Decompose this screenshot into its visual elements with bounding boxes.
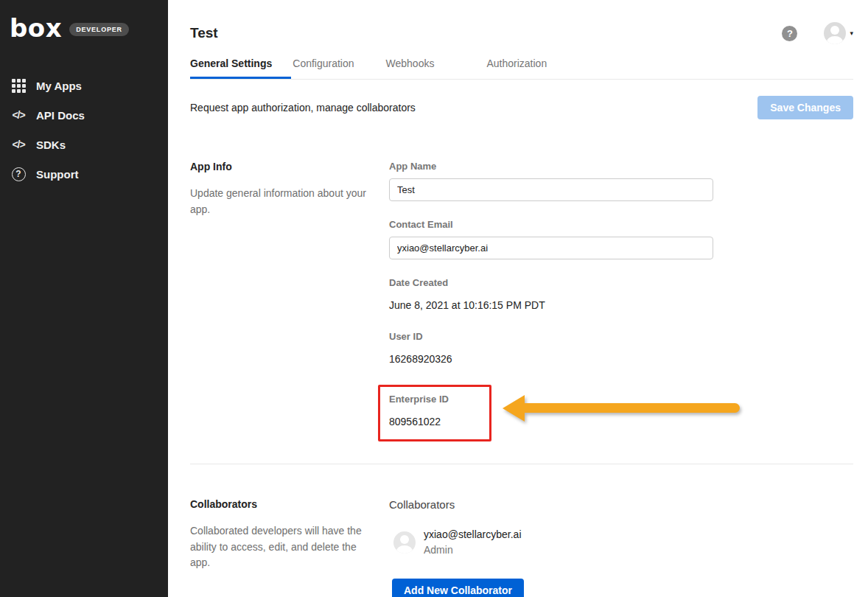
arrow-shaft xyxy=(524,403,740,413)
app-info-description: Update general information about your ap… xyxy=(190,186,368,217)
sidebar-item-label: API Docs xyxy=(36,109,85,122)
collaborator-row: yxiao@stellarcyber.ai Admin xyxy=(393,528,713,556)
collaborators-heading: Collaborators xyxy=(190,498,368,510)
date-created-label: Date Created xyxy=(389,277,713,288)
collaborators-list-heading: Collaborators xyxy=(389,498,713,511)
app-name-field: App Name xyxy=(389,161,713,201)
collaborator-email: yxiao@stellarcyber.ai xyxy=(424,528,522,540)
sidebar-item-sdks[interactable]: </> SDKs xyxy=(0,130,168,159)
tab-bar: General Settings Configuration Webhooks … xyxy=(190,57,853,80)
caret-down-icon[interactable]: ▾ xyxy=(850,29,853,37)
topbar-actions: ? ▾ xyxy=(782,22,853,44)
grid-icon xyxy=(10,77,27,94)
user-id-label: User ID xyxy=(389,331,713,342)
collaborator-role: Admin xyxy=(424,544,522,556)
app-info-heading: App Info xyxy=(190,161,368,172)
sidebar-item-label: Support xyxy=(36,168,79,181)
logo-row: box DEVELOPER xyxy=(0,13,168,43)
enterprise-id-highlight-box: Enterprise ID 809561022 xyxy=(378,385,491,441)
app-info-section: App Info Update general information abou… xyxy=(190,161,853,441)
annotation-arrow xyxy=(503,394,741,422)
developer-badge: DEVELOPER xyxy=(69,23,129,36)
avatar[interactable] xyxy=(824,22,846,44)
enterprise-id-label: Enterprise ID xyxy=(389,394,480,405)
code-icon: </> xyxy=(10,136,27,153)
sidebar-item-support[interactable]: ? Support xyxy=(0,159,168,189)
help-icon[interactable]: ? xyxy=(782,26,797,41)
sidebar-item-label: SDKs xyxy=(36,139,66,151)
app-info-intro: App Info Update general information abou… xyxy=(190,161,368,441)
app-name-label: App Name xyxy=(389,161,713,172)
user-id-field: User ID 16268920326 xyxy=(389,331,713,365)
contact-email-label: Contact Email xyxy=(389,219,713,230)
date-created-field: Date Created June 8, 2021 at 10:16:15 PM… xyxy=(389,277,713,311)
box-logo[interactable]: box xyxy=(10,15,62,41)
sidebar-item-my-apps[interactable]: My Apps xyxy=(0,71,168,100)
sidebar-item-label: My Apps xyxy=(36,80,82,92)
section-divider xyxy=(190,464,853,464)
tab-configuration[interactable]: Configuration xyxy=(293,57,354,79)
main-content: Test ? ▾ General Settings Configuration … xyxy=(168,0,868,597)
question-circle-icon: ? xyxy=(10,166,27,182)
collaborators-intro: Collaborators Collaborated developers wi… xyxy=(190,498,368,597)
enterprise-id-value: 809561022 xyxy=(389,416,480,427)
topbar: Test ? ▾ xyxy=(190,0,853,46)
page-title: Test xyxy=(190,25,218,41)
date-created-value: June 8, 2021 at 10:16:15 PM PDT xyxy=(389,299,713,311)
collaborator-avatar xyxy=(393,531,416,554)
contact-email-field: Contact Email xyxy=(389,219,713,259)
collaborators-section: Collaborators Collaborated developers wi… xyxy=(190,498,853,597)
arrow-head xyxy=(503,395,525,422)
subheader-text: Request app authorization, manage collab… xyxy=(190,102,416,114)
collaborators-description: Collaborated developers will have the ab… xyxy=(190,523,368,571)
tab-webhooks[interactable]: Webhooks xyxy=(386,57,435,79)
tab-authorization[interactable]: Authorization xyxy=(486,57,547,79)
app-name-input[interactable] xyxy=(389,178,713,201)
subheader: Request app authorization, manage collab… xyxy=(190,96,853,119)
tab-general-settings[interactable]: General Settings xyxy=(190,57,291,79)
sidebar-item-api-docs[interactable]: </> API Docs xyxy=(0,100,168,130)
collaborator-info: yxiao@stellarcyber.ai Admin xyxy=(424,528,522,556)
save-changes-button[interactable]: Save Changes xyxy=(757,96,853,119)
sidebar: box DEVELOPER My Apps </> API Docs </> S… xyxy=(0,0,168,597)
app-info-form: App Name Contact Email Date Created June… xyxy=(389,161,713,441)
user-id-value: 16268920326 xyxy=(389,353,713,365)
contact-email-input[interactable] xyxy=(389,237,713,259)
sidebar-nav: My Apps </> API Docs </> SDKs ? Support xyxy=(0,71,168,189)
code-icon: </> xyxy=(10,107,27,123)
collaborators-list: Collaborators yxiao@stellarcyber.ai Admi… xyxy=(389,498,713,597)
add-new-collaborator-button[interactable]: Add New Collaborator xyxy=(392,579,524,597)
